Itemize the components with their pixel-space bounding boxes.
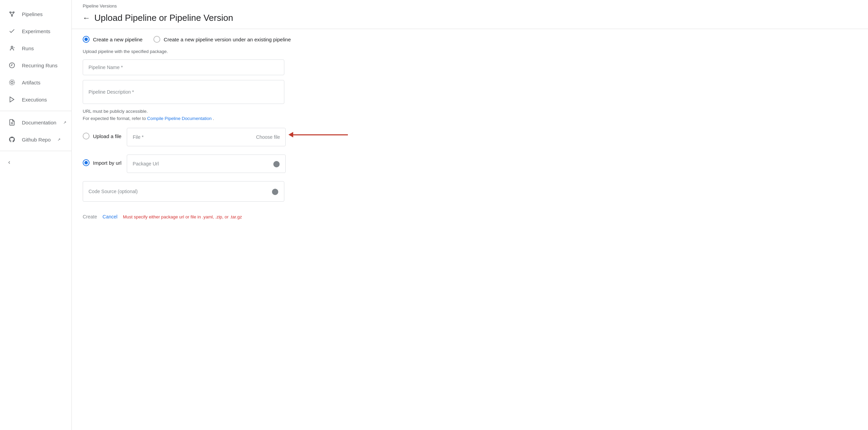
radio-option-new-pipeline[interactable]: Create a new pipeline: [83, 36, 143, 43]
artifacts-icon: [8, 79, 16, 86]
recurring-runs-icon: [8, 62, 16, 69]
upload-file-label: Upload a file: [93, 133, 121, 139]
sidebar-collapse-button[interactable]: ‹: [0, 154, 71, 171]
sidebar-item-recurring-runs[interactable]: Recurring Runs: [0, 57, 71, 74]
svg-point-6: [11, 46, 13, 48]
package-url-input[interactable]: [133, 161, 270, 166]
breadcrumb: Pipeline Versions: [72, 0, 868, 9]
upload-hint: Upload pipeline with the specified packa…: [83, 49, 857, 54]
content-area: Create a new pipeline Create a new pipel…: [72, 36, 868, 233]
arrow-annotation: [288, 132, 348, 137]
sidebar-item-runs[interactable]: Runs: [0, 40, 71, 57]
sidebar-item-github-repo[interactable]: Github Repo ↗: [0, 131, 71, 148]
sidebar-divider-2: [0, 151, 71, 151]
github-icon: [8, 136, 16, 143]
page-title: Upload Pipeline or Pipeline Version: [94, 13, 233, 23]
radio-import-url[interactable]: [83, 159, 90, 166]
sidebar-item-label: Artifacts: [22, 80, 40, 85]
runs-icon: [8, 44, 16, 52]
back-button[interactable]: ←: [83, 14, 90, 23]
upload-file-radio-col: Upload a file: [83, 128, 121, 139]
radio-existing-pipeline-label: Create a new pipeline version under an e…: [164, 37, 291, 42]
import-url-radio-col: Import by url: [83, 154, 121, 166]
footer-actions: Create Cancel Must specify either packag…: [83, 210, 857, 222]
import-url-label: Import by url: [93, 160, 121, 166]
svg-point-0: [10, 12, 11, 13]
sidebar-item-label: Experiments: [22, 28, 50, 34]
sidebar-item-label: Executions: [22, 97, 47, 103]
svg-line-4: [10, 13, 12, 15]
header-divider: [72, 29, 868, 29]
documentation-icon: [8, 119, 16, 126]
experiments-icon: [8, 27, 16, 35]
radio-group: Create a new pipeline Create a new pipel…: [83, 36, 857, 43]
svg-point-9: [11, 81, 13, 84]
pipeline-description-input[interactable]: [83, 80, 284, 104]
sidebar: Pipelines Experiments Runs Recur: [0, 0, 72, 430]
executions-icon: [8, 96, 16, 103]
sidebar-item-label: Runs: [22, 45, 34, 51]
radio-existing-pipeline[interactable]: [153, 36, 160, 43]
mic-icon: ⬤: [273, 160, 280, 167]
sidebar-item-label: Documentation: [22, 120, 56, 125]
file-placeholder: File *: [133, 134, 144, 140]
doc-note-suffix: .: [213, 116, 214, 121]
sidebar-item-label: Github Repo: [22, 137, 51, 143]
sidebar-item-label: Recurring Runs: [22, 63, 57, 68]
doc-note-text: For expected file format, refer to: [83, 116, 147, 121]
radio-new-pipeline[interactable]: [83, 36, 90, 43]
doc-note: For expected file format, refer to Compi…: [83, 116, 857, 121]
arrow-line: [293, 134, 348, 135]
radio-upload-file[interactable]: [83, 133, 90, 139]
pipeline-name-input[interactable]: [83, 59, 284, 75]
radio-option-existing-pipeline[interactable]: Create a new pipeline version under an e…: [153, 36, 291, 43]
svg-point-2: [11, 15, 12, 16]
external-link-icon: ↗: [57, 137, 60, 142]
radio-new-pipeline-label: Create a new pipeline: [93, 37, 143, 42]
mic-icon-2: ⬤: [272, 188, 279, 195]
cancel-button[interactable]: Cancel: [103, 211, 118, 222]
upload-file-section: Upload a file File * Choose file: [83, 128, 857, 146]
page-header: ← Upload Pipeline or Pipeline Version: [72, 9, 868, 29]
sidebar-item-pipelines[interactable]: Pipelines: [0, 5, 71, 23]
svg-point-10: [10, 80, 15, 85]
arrow-head: [288, 132, 293, 137]
pipelines-icon: [8, 10, 16, 18]
chevron-left-icon: ‹: [8, 159, 10, 166]
url-input-box[interactable]: ⬤: [127, 154, 286, 173]
choose-file-label: Choose file: [256, 134, 280, 140]
code-source-input[interactable]: [89, 189, 269, 194]
sidebar-item-experiments[interactable]: Experiments: [0, 23, 71, 40]
svg-line-5: [12, 13, 14, 15]
sidebar-divider-1: [0, 111, 71, 111]
import-url-section: Import by url ⬤: [83, 154, 857, 173]
url-note: URL must be publicly accessible.: [83, 109, 857, 114]
svg-point-1: [13, 12, 14, 13]
code-source-box[interactable]: ⬤: [83, 181, 284, 202]
create-button[interactable]: Create: [83, 211, 97, 222]
external-link-icon: ↗: [63, 120, 66, 125]
error-message: Must specify either package url or file …: [123, 214, 242, 219]
compile-pipeline-doc-link[interactable]: Compile Pipeline Documentation: [147, 116, 212, 121]
sidebar-item-executions[interactable]: Executions: [0, 91, 71, 108]
sidebar-item-artifacts[interactable]: Artifacts: [0, 74, 71, 91]
sidebar-item-documentation[interactable]: Documentation ↗: [0, 114, 71, 131]
main-content: Pipeline Versions ← Upload Pipeline or P…: [72, 0, 868, 430]
file-input-box[interactable]: File * Choose file: [127, 128, 286, 146]
sidebar-item-label: Pipelines: [22, 11, 43, 17]
svg-marker-11: [10, 97, 14, 102]
